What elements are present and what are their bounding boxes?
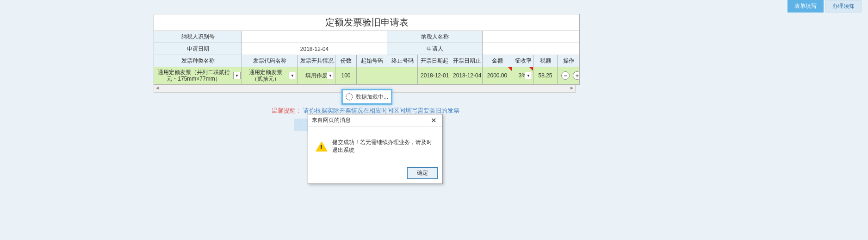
col-invoice-code: 发票代码名称 <box>242 55 298 67</box>
col-end-no: 终止号码 <box>387 55 418 67</box>
cell-tax-amount: 58.25 <box>533 67 558 85</box>
cell-invoice-code-text: 通用定额发票（贰拾元） <box>245 69 294 82</box>
cell-tax-rate[interactable]: 3% ▼ <box>512 67 533 85</box>
form-title: 定额发票验旧申请表 <box>154 14 580 31</box>
col-start-no: 起始号码 <box>357 55 387 67</box>
cell-end-no[interactable] <box>387 67 418 85</box>
cell-start-no[interactable] <box>357 67 387 85</box>
col-date-to: 开票日期止 <box>450 55 483 67</box>
col-invoice-type: 发票种类名称 <box>154 55 242 67</box>
cell-date-from[interactable]: 2018-12-01 <box>418 67 450 85</box>
cell-count[interactable]: 100 <box>335 67 357 85</box>
form-container: 定额发票验旧申请表 纳税人识别号 纳税人名称 申请日期 2018-12-04 申… <box>154 14 576 93</box>
col-tax-amount: 税额 <box>533 55 558 67</box>
tab-form-fill[interactable]: 表单填写 <box>787 0 824 13</box>
value-taxpayer-name <box>483 31 580 43</box>
dialog-close-button[interactable]: ✕ <box>429 117 439 124</box>
value-applicant <box>483 43 580 55</box>
cell-invoice-code[interactable]: 通用定额发票（贰拾元） ▼ <box>242 67 298 85</box>
cell-amount[interactable]: 2000.00 <box>483 67 512 85</box>
cell-issue-status-text: 填用作废 <box>305 72 328 79</box>
remove-row-button[interactable]: − <box>561 71 570 80</box>
col-date-from: 开票日期起 <box>418 55 450 67</box>
message-dialog: 来自网页的消息 ✕ 提交成功！若无需继续办理业务，请及时退出系统 确定 <box>308 114 443 184</box>
value-apply-date: 2018-12-04 <box>242 43 387 55</box>
col-tax-rate: 征收率 <box>512 55 533 67</box>
col-op: 操作 <box>558 55 580 67</box>
label-applicant: 申请人 <box>387 43 483 55</box>
label-taxpayer-name: 纳税人名称 <box>387 31 483 43</box>
hint-label: 温馨提醒： <box>272 107 302 114</box>
dropdown-icon[interactable]: ▼ <box>525 72 532 79</box>
cell-date-to[interactable]: 2018-12-04 <box>450 67 483 85</box>
dialog-title: 来自网页的消息 <box>312 116 351 124</box>
add-row-button[interactable]: + <box>573 71 579 80</box>
warning-icon <box>316 141 328 152</box>
dropdown-icon[interactable]: ▼ <box>327 72 334 79</box>
loading-text: 数据加载中... <box>356 93 388 101</box>
col-amount: 金额 <box>483 55 512 67</box>
cell-invoice-type[interactable]: 通用定额发票（并列二联贰拾元・175mm×77mm） ▼ <box>154 67 242 85</box>
col-count: 份数 <box>335 55 357 67</box>
cell-op: − + <box>558 67 580 85</box>
cell-invoice-type-text: 通用定额发票（并列二联贰拾元・175mm×77mm） <box>157 69 239 82</box>
cell-issue-status[interactable]: 填用作废 ▼ <box>298 67 335 85</box>
value-taxpayer-id <box>242 31 387 43</box>
loading-overlay: 数据加载中... <box>341 89 392 105</box>
label-taxpayer-id: 纳税人识别号 <box>154 31 242 43</box>
dropdown-icon[interactable]: ▼ <box>233 72 241 79</box>
tab-notice[interactable]: 办理须知 <box>825 0 862 13</box>
dialog-message: 提交成功！若无需继续办理业务，请及时退出系统 <box>332 139 435 154</box>
hint-body: 请你根据实际开票情况在相应时间区间填写需要验旧的发票 <box>303 107 459 114</box>
label-apply-date: 申请日期 <box>154 43 242 55</box>
dropdown-icon[interactable]: ▼ <box>289 72 296 79</box>
col-issue-status: 发票开具情况 <box>298 55 335 67</box>
spinner-icon <box>346 93 353 101</box>
dialog-ok-button[interactable]: 确定 <box>407 167 438 179</box>
